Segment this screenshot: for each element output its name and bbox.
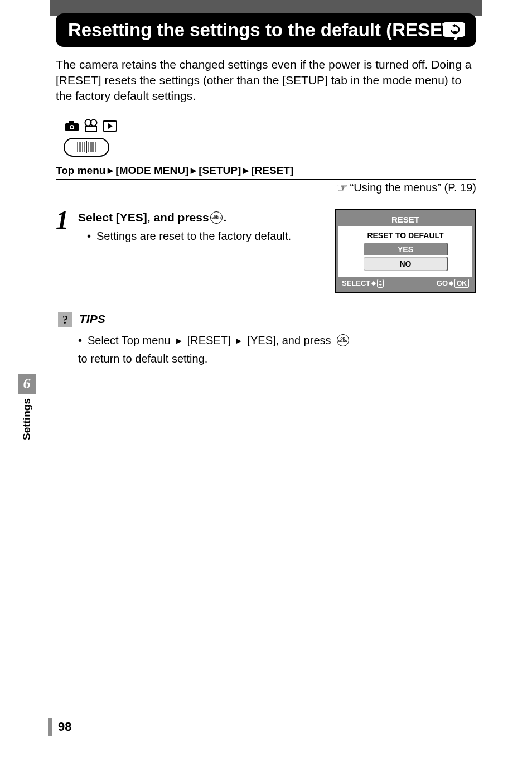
movie-icon (84, 119, 98, 136)
ok-box-icon: OK (454, 279, 469, 288)
screen-footer-go: GO (437, 279, 448, 287)
reference-text: “Using the menus” (P. 19) (350, 181, 476, 194)
menu-breadcrumb: Top menu ▶ [MODE MENU] ▶ [SETUP] ▶ [RESE… (56, 165, 476, 177)
screen-option-no: NO (364, 257, 447, 271)
ok-menu-button-icon: OK MENU (337, 334, 349, 346)
mode-icons-row (65, 119, 476, 136)
reset-icon (443, 22, 465, 37)
step-heading: Select [YES], and press OK MENU . (78, 211, 335, 224)
tips-text: [RESET] (187, 334, 231, 347)
bullet-marker: • (87, 230, 91, 243)
tips-bullet: • Select Top menu ▶ [RESET] ▶ [YES], and… (56, 334, 476, 365)
tips-text: to return to default setting. (78, 353, 207, 365)
pointing-hand-icon: ☞ (337, 181, 348, 195)
step-heading-text: Select [YES], and press (78, 211, 209, 224)
svg-rect-2 (69, 121, 74, 124)
mode-dial-icon (64, 138, 109, 157)
triangle-icon: ▶ (176, 336, 182, 345)
screen-footer-select: SELECT (342, 279, 370, 287)
screen-title: RESET (338, 213, 472, 226)
tips-text: [YES], and press (247, 334, 331, 347)
svg-rect-8 (85, 126, 96, 132)
diamond-icon (371, 281, 376, 285)
up-down-icon (377, 279, 384, 288)
section-title-block: Resetting the settings to the default (R… (56, 13, 476, 47)
step-bullet-text: Settings are reset to the factory defaul… (96, 230, 291, 243)
breadcrumb-lead: Top menu (56, 165, 105, 177)
breadcrumb-item: [SETUP] (199, 165, 241, 177)
camera-screen-mockup: RESET RESET TO DEFAULT YES NO SELECT (335, 209, 476, 293)
step-number: 1 (56, 209, 78, 293)
playback-icon (103, 120, 117, 134)
triangle-icon: ▶ (236, 336, 241, 345)
step-bullet: • Settings are reset to the factory defa… (78, 230, 335, 243)
screen-subtitle: RESET TO DEFAULT (344, 231, 467, 240)
step-heading-suffix: . (224, 211, 227, 224)
screen-option-yes: YES (364, 243, 447, 255)
side-tab: 6 Settings (18, 374, 36, 440)
chapter-label: Settings (21, 398, 33, 440)
breadcrumb-item: [RESET] (251, 165, 293, 177)
cross-reference: ☞ “Using the menus” (P. 19) (56, 181, 476, 195)
diamond-icon (449, 281, 453, 285)
svg-point-4 (71, 126, 73, 128)
breadcrumb-row: Top menu ▶ [MODE MENU] ▶ [SETUP] ▶ [RESE… (56, 165, 476, 180)
ok-menu-button-icon: OK MENU (210, 211, 223, 224)
triangle-icon: ▶ (243, 166, 249, 175)
camera-icon (65, 119, 79, 135)
page-footer: 98 (48, 718, 71, 736)
breadcrumb-item: [MODE MENU] (115, 165, 188, 177)
intro-paragraph: The camera retains the changed settings … (56, 57, 476, 104)
svg-rect-0 (453, 31, 457, 34)
chapter-number: 6 (18, 374, 36, 394)
tips-heading: TIPS (78, 312, 117, 327)
section-title: Resetting the settings to the default (R… (68, 19, 464, 41)
page-number: 98 (58, 720, 71, 734)
page-number-bar (48, 718, 52, 736)
triangle-icon: ▶ (191, 166, 196, 175)
question-mark-icon: ? (58, 312, 72, 327)
tips-text: Select Top menu (88, 334, 171, 347)
triangle-icon: ▶ (108, 166, 113, 175)
bullet-marker: • (78, 334, 82, 347)
